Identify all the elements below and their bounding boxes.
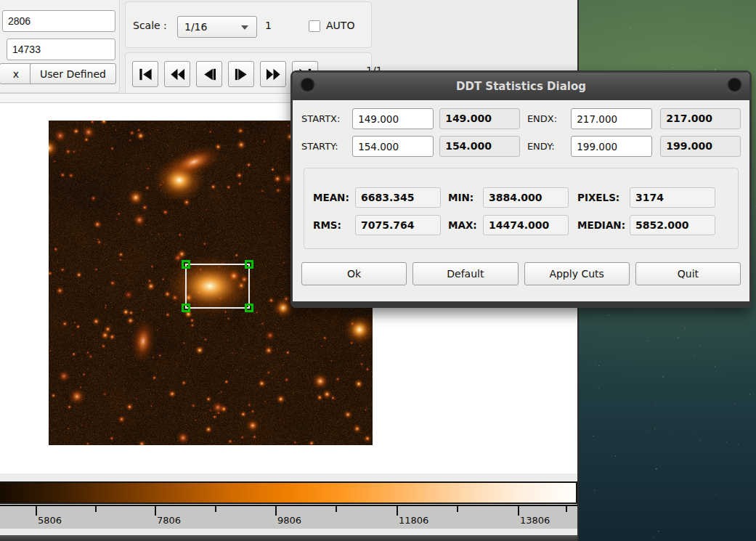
ruler-major-tick [275, 506, 277, 516]
colorbar-scale-ruler: 5806780698061180613806 [0, 505, 577, 529]
starty-label: STARTY: [301, 141, 352, 152]
endx-input[interactable] [571, 108, 652, 129]
selection-handle-bottom-right[interactable] [245, 304, 253, 312]
ruler-major-tick [155, 506, 156, 516]
window-menu-button[interactable] [299, 78, 316, 94]
ruler-major-tick [397, 506, 398, 516]
mean-value: 6683.345 [355, 187, 441, 208]
quit-button[interactable]: Quit [635, 262, 741, 285]
ddt-statistics-dialog: DDT Statistics Dialog STARTX: 149.000 EN… [290, 70, 752, 308]
statistics-selection-box[interactable] [185, 264, 250, 309]
selection-handle-bottom-left[interactable] [182, 304, 190, 312]
ruler-minor-tick [95, 506, 97, 512]
ruler-tick-label: 13806 [520, 515, 550, 526]
ruler-tick-label: 7806 [157, 515, 181, 526]
startx-display: 149.000 [439, 108, 520, 129]
ruler-tick-label: 5806 [38, 515, 62, 526]
statistics-frame: MEAN: 6683.345 MIN: 3884.000 PIXELS: 317… [304, 168, 739, 249]
pixels-label: PIXELS: [577, 192, 630, 203]
endy-label: ENDY: [527, 141, 567, 152]
intensity-colorbar[interactable] [0, 481, 577, 504]
step-forward-icon [233, 66, 250, 83]
dialog-body: STARTX: 149.000 ENDX: 217.000 STARTY: 15… [293, 100, 749, 301]
chevron-down-icon [241, 25, 248, 30]
ruler-minor-tick [457, 506, 458, 512]
ok-button[interactable]: Ok [301, 262, 407, 285]
ruler-tick-label: 9806 [277, 515, 301, 526]
min-label: MIN: [448, 192, 483, 203]
endy-display: 199.000 [660, 136, 741, 157]
startx-input[interactable] [352, 108, 434, 129]
high-cut-input[interactable] [7, 38, 115, 60]
auto-checkbox-label: AUTO [326, 20, 354, 31]
median-label: MEDIAN: [577, 219, 630, 231]
window-bottom-edge [0, 535, 577, 541]
scale-label: Scale : [133, 20, 167, 31]
ruler-tick-label: 11806 [399, 515, 428, 526]
dialog-button-row: Ok Default Apply Cuts Quit [301, 262, 741, 285]
scale-dropdown-value: 1/16 [184, 21, 207, 33]
dialog-titlebar[interactable]: DDT Statistics Dialog [293, 73, 749, 100]
spacer [0, 473, 577, 481]
scale-factor-label: 1 [265, 20, 272, 31]
selection-handle-top-left[interactable] [182, 260, 190, 269]
user-defined-button[interactable]: User Defined [30, 63, 116, 84]
starty-input[interactable] [352, 136, 434, 157]
ruler-minor-tick [336, 506, 337, 512]
endx-display: 217.000 [660, 108, 741, 129]
startx-label: STARTX: [301, 113, 352, 124]
previous-frame-button[interactable] [196, 61, 222, 87]
rms-value: 7075.764 [355, 215, 441, 235]
start-end-y-row: STARTY: 154.000 ENDY: 199.000 [301, 136, 741, 157]
fast-rewind-button[interactable] [164, 61, 190, 87]
ruler-minor-tick [215, 506, 216, 512]
rms-label: RMS: [313, 219, 355, 231]
starty-display: 154.000 [439, 136, 520, 157]
skip-to-first-icon [137, 66, 154, 83]
apply-cuts-button[interactable]: Apply Cuts [524, 262, 630, 285]
start-end-x-row: STARTX: 149.000 ENDX: 217.000 [301, 108, 741, 129]
step-back-icon [201, 66, 218, 83]
mean-label: MEAN: [313, 192, 355, 203]
endy-input[interactable] [571, 136, 652, 157]
spacer [0, 529, 577, 535]
max-value: 14474.000 [483, 215, 569, 235]
ruler-minor-tick [566, 506, 567, 512]
x-button[interactable]: x [0, 63, 33, 84]
stats-row-1: MEAN: 6683.345 MIN: 3884.000 PIXELS: 317… [313, 187, 729, 208]
endx-label: ENDX: [527, 113, 567, 124]
next-frame-button[interactable] [228, 61, 254, 87]
pixels-value: 3174 [630, 187, 715, 208]
stats-row-2: RMS: 7075.764 MAX: 14474.000 MEDIAN: 585… [313, 215, 729, 235]
window-close-button[interactable] [726, 78, 743, 94]
low-cut-input[interactable] [2, 10, 115, 32]
default-button[interactable]: Default [412, 262, 518, 285]
ruler-major-tick [518, 506, 519, 516]
scale-dropdown[interactable]: 1/16 [177, 16, 257, 38]
max-label: MAX: [448, 219, 483, 231]
fast-forward-icon [265, 66, 282, 83]
cut-levels-group: x User Defined [0, 0, 120, 93]
first-frame-button[interactable] [132, 61, 158, 87]
auto-checkbox[interactable] [309, 20, 320, 32]
median-value: 5852.000 [630, 215, 715, 235]
fast-rewind-icon [169, 66, 186, 83]
dialog-title: DDT Statistics Dialog [456, 80, 586, 93]
ruler-major-tick [36, 506, 37, 516]
min-value: 3884.000 [483, 187, 569, 208]
fast-forward-button[interactable] [260, 61, 286, 87]
selection-handle-top-right[interactable] [245, 260, 253, 269]
scale-group: Scale : 1/16 1 AUTO [125, 1, 372, 48]
